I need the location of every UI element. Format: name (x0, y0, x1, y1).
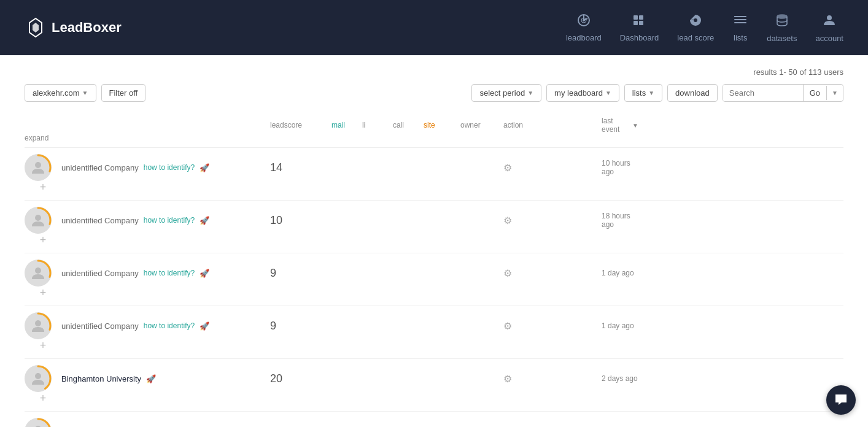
action-cell: ⚙ (503, 320, 602, 332)
avatar-cell (25, 154, 52, 181)
nav-item-datasets[interactable]: datasets (767, 13, 797, 43)
search-options-button[interactable]: ▼ (826, 86, 843, 100)
table-row: unidentified Company how to identify? 🚀 … (25, 306, 843, 359)
nav-item-leadboard[interactable]: leadboard (566, 13, 602, 42)
company-name: unidentified Company (61, 269, 139, 278)
svg-rect-9 (734, 19, 746, 20)
last-event: 18 hours ago (602, 212, 638, 229)
nav-label-lists: lists (734, 33, 747, 42)
leadscore: 9 (270, 267, 331, 280)
rocket-icon[interactable]: 🚀 (200, 269, 209, 278)
svg-point-13 (827, 15, 832, 20)
header: LeadBoxer leadboard (0, 0, 868, 55)
expand-button[interactable]: + (25, 234, 61, 247)
filter-off-btn[interactable]: Filter off (101, 84, 146, 102)
chat-bubble[interactable] (826, 385, 856, 415)
nav-label-lead-score: lead score (677, 33, 714, 42)
svg-point-25 (26, 419, 50, 427)
col-call: call (393, 121, 424, 129)
top-bar: results 1- 50 of 113 users (25, 67, 843, 77)
company-cell: Binghamton University 🚀 (61, 374, 270, 383)
gear-icon[interactable]: ⚙ (503, 321, 512, 331)
download-btn[interactable]: download (667, 84, 718, 102)
chevron-down-icon: ▼ (605, 90, 611, 96)
rocket-icon[interactable]: 🚀 (200, 321, 209, 331)
svg-point-17 (26, 208, 50, 233)
search-input[interactable] (723, 85, 803, 101)
avatar-cell (25, 207, 52, 234)
gear-icon[interactable]: ⚙ (503, 374, 512, 384)
expand-button[interactable]: + (25, 287, 61, 299)
search-go-button[interactable]: Go (803, 85, 826, 101)
leadscore: 20 (270, 425, 331, 428)
avatar-cell (25, 260, 52, 287)
leadboard-selector-btn[interactable]: my leadboard ▼ (546, 84, 619, 102)
svg-point-15 (26, 155, 50, 180)
chevron-down-icon: ▼ (648, 90, 654, 96)
gear-icon[interactable]: ⚙ (503, 215, 512, 226)
period-selector-btn[interactable]: select period ▼ (471, 84, 541, 102)
svg-point-23 (26, 366, 50, 391)
leadboard-icon (576, 13, 592, 29)
lists-icon (732, 13, 748, 29)
results-text: results 1- 50 of 113 users (753, 67, 843, 77)
lead-score-icon (688, 13, 703, 29)
leadscore: 10 (270, 214, 331, 227)
last-event: 1 day ago (602, 269, 638, 277)
chevron-down-icon: ▼ (82, 90, 88, 96)
rocket-icon[interactable]: 🚀 (200, 216, 209, 225)
svg-point-7 (694, 18, 697, 22)
company-name: Binghamton University (61, 374, 141, 383)
action-cell: ⚙ (503, 162, 602, 174)
table-body: unidentified Company how to identify? 🚀 … (25, 148, 843, 427)
svg-rect-3 (634, 15, 638, 20)
col-last-event[interactable]: last event ▼ (602, 117, 638, 134)
company-name: unidentified Company (61, 216, 139, 225)
identify-link[interactable]: how to identify? (144, 321, 195, 330)
logo-text: LeadBoxer (52, 20, 122, 36)
expand-button[interactable]: + (25, 181, 61, 194)
nav-item-lead-score[interactable]: lead score (677, 13, 714, 42)
table-header: leadscore mail li call site owner action… (25, 112, 843, 148)
svg-point-21 (26, 314, 50, 338)
rocket-icon[interactable]: 🚀 (200, 163, 209, 172)
nav-label-dashboard: Dashboard (620, 33, 659, 42)
nav-item-dashboard[interactable]: Dashboard (620, 13, 659, 42)
table-row: unidentified Company how to identify? 🚀 … (25, 253, 843, 306)
nav-item-account[interactable]: account (815, 13, 843, 43)
logo[interactable]: LeadBoxer (25, 17, 122, 39)
col-leadscore: leadscore (270, 121, 331, 129)
gear-icon[interactable]: ⚙ (503, 268, 512, 279)
identify-link[interactable]: how to identify? (144, 216, 195, 225)
identify-link[interactable]: how to identify? (144, 269, 195, 277)
svg-point-1 (583, 19, 585, 21)
gear-icon[interactable]: ⚙ (503, 163, 512, 173)
company-name: unidentified Company (61, 321, 139, 331)
dashboard-icon (632, 13, 648, 29)
site-selector-btn[interactable]: alexkehr.com ▼ (25, 84, 96, 102)
nav-item-lists[interactable]: lists (732, 13, 748, 42)
col-owner: owner (460, 121, 503, 129)
svg-rect-11 (734, 16, 736, 17)
col-action: action (503, 121, 602, 129)
lists-btn[interactable]: lists ▼ (624, 84, 662, 102)
table-row: Tokai 🚀 20 ⚙ 2 days ago + (25, 412, 843, 427)
avatar-cell (25, 312, 52, 339)
rocket-icon[interactable]: 🚀 (146, 374, 156, 383)
last-event: 10 hours ago (602, 159, 638, 176)
main-content: results 1- 50 of 113 users alexkehr.com … (0, 55, 868, 427)
table-row: Binghamton University 🚀 20 ⚙ 2 days ago … (25, 359, 843, 412)
expand-button[interactable]: + (25, 339, 61, 352)
table-row: unidentified Company how to identify? 🚀 … (25, 201, 843, 253)
action-cell: ⚙ (503, 373, 602, 385)
expand-button[interactable]: + (25, 392, 61, 405)
datasets-icon (774, 13, 790, 30)
identify-link[interactable]: how to identify? (144, 163, 195, 172)
company-cell: unidentified Company how to identify? 🚀 (61, 163, 270, 172)
nav-label-leadboard: leadboard (566, 33, 602, 42)
avatar-cell (25, 365, 52, 392)
svg-rect-6 (639, 21, 643, 25)
last-event: 2 days ago (602, 374, 638, 383)
sort-icon: ▼ (632, 122, 638, 129)
action-cell: ⚙ (503, 215, 602, 226)
